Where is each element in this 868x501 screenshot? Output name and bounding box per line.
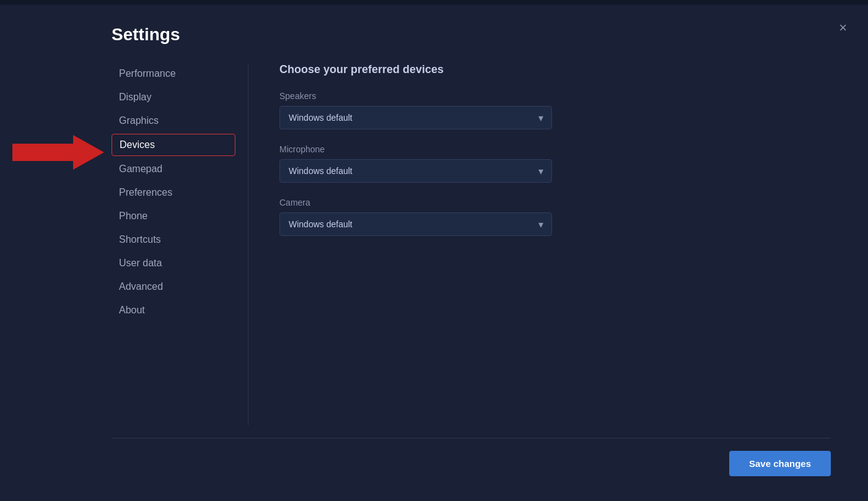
- sidebar: Performance Display Graphics Devices Gam…: [112, 63, 235, 425]
- save-changes-button[interactable]: Save changes: [729, 451, 831, 476]
- camera-label: Camera: [279, 198, 812, 207]
- sidebar-item-graphics[interactable]: Graphics: [112, 110, 235, 131]
- close-button[interactable]: ×: [836, 19, 849, 37]
- microphone-select-wrapper: Windows default Built-in Microphone Exte…: [279, 159, 552, 183]
- speakers-select-wrapper: Windows default Headphones Speakers: [279, 106, 552, 129]
- section-title: Choose your preferred devices: [279, 63, 812, 76]
- sidebar-item-advanced[interactable]: Advanced: [112, 276, 235, 297]
- microphone-select[interactable]: Windows default Built-in Microphone Exte…: [279, 159, 552, 183]
- sidebar-item-about[interactable]: About: [112, 300, 235, 321]
- sidebar-divider: [248, 63, 248, 425]
- settings-container: Settings Performance Display Graphics De…: [112, 19, 831, 489]
- footer: Save changes: [112, 438, 831, 489]
- microphone-label: Microphone: [279, 144, 812, 154]
- camera-select-wrapper: Windows default Built-in Camera External…: [279, 212, 552, 236]
- sidebar-item-gamepad[interactable]: Gamepad: [112, 159, 235, 180]
- top-bar: [0, 0, 868, 5]
- speakers-section: Speakers Windows default Headphones Spea…: [279, 91, 812, 129]
- camera-section: Camera Windows default Built-in Camera E…: [279, 198, 812, 236]
- settings-title: Settings: [112, 19, 831, 45]
- sidebar-item-shortcuts[interactable]: Shortcuts: [112, 229, 235, 250]
- camera-select[interactable]: Windows default Built-in Camera External…: [279, 212, 552, 236]
- settings-body: Performance Display Graphics Devices Gam…: [112, 63, 831, 425]
- speakers-label: Speakers: [279, 91, 812, 101]
- speakers-select[interactable]: Windows default Headphones Speakers: [279, 106, 552, 129]
- sidebar-item-devices[interactable]: Devices: [112, 134, 235, 156]
- microphone-section: Microphone Windows default Built-in Micr…: [279, 144, 812, 183]
- sidebar-item-user-data[interactable]: User data: [112, 253, 235, 274]
- main-content: Choose your preferred devices Speakers W…: [261, 63, 831, 425]
- sidebar-item-display[interactable]: Display: [112, 87, 235, 108]
- sidebar-item-preferences[interactable]: Preferences: [112, 182, 235, 203]
- sidebar-item-performance[interactable]: Performance: [112, 63, 235, 84]
- sidebar-item-phone[interactable]: Phone: [112, 206, 235, 227]
- arrow-annotation: [12, 135, 104, 170]
- arrow-body: [12, 144, 74, 161]
- arrow-head: [73, 135, 104, 170]
